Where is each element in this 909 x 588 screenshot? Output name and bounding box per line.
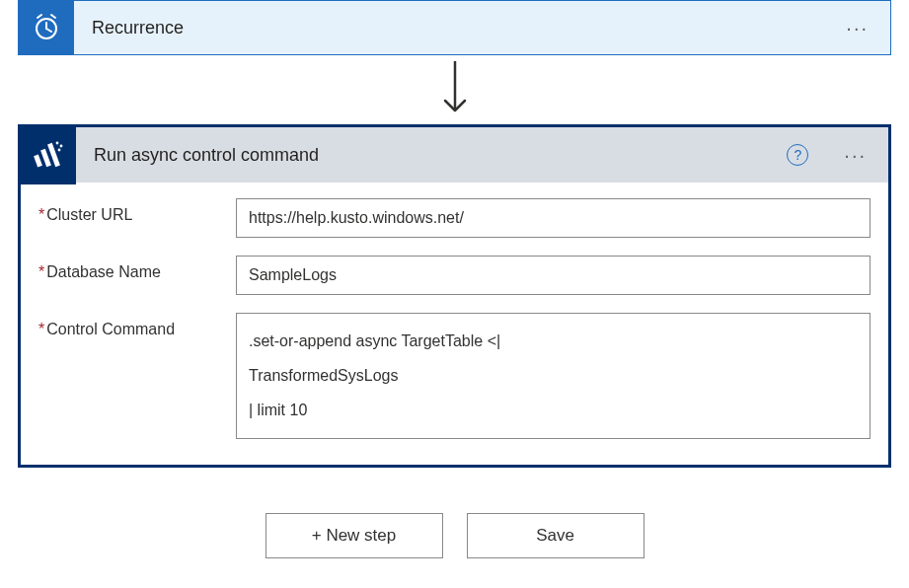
step-recurrence-menu[interactable]: ··· xyxy=(824,17,890,39)
svg-line-4 xyxy=(51,15,55,18)
label-control-command-text: Control Command xyxy=(46,321,175,337)
svg-point-11 xyxy=(57,149,60,152)
svg-rect-6 xyxy=(34,155,42,168)
field-row-cluster-url: *Cluster URL xyxy=(38,198,871,238)
label-cluster-url-text: Cluster URL xyxy=(46,206,132,223)
step-recurrence-title: Recurrence xyxy=(74,18,824,38)
step-run-async-control-command: Run async control command ? ··· *Cluster… xyxy=(18,124,891,468)
designer-footer-buttons: + New step Save xyxy=(0,513,909,568)
svg-line-2 xyxy=(46,29,51,32)
svg-rect-7 xyxy=(40,149,51,168)
clock-icon xyxy=(19,0,74,55)
label-cluster-url: *Cluster URL xyxy=(38,198,236,224)
connector-arrow xyxy=(0,55,909,124)
step-command-form: *Cluster URL *Database Name *Control Com… xyxy=(21,183,888,465)
label-database-name-text: Database Name xyxy=(46,263,161,280)
step-command-menu[interactable]: ··· xyxy=(822,144,888,167)
logic-app-designer: Recurrence ··· Run async control command xyxy=(0,0,909,568)
label-database-name: *Database Name xyxy=(38,256,236,281)
help-icon[interactable]: ? xyxy=(787,144,808,166)
svg-point-10 xyxy=(59,145,62,148)
new-step-button[interactable]: + New step xyxy=(265,513,443,558)
input-cluster-url[interactable] xyxy=(236,198,871,238)
step-command-title: Run async control command xyxy=(76,145,787,166)
field-row-control-command: *Control Command .set-or-append async Ta… xyxy=(38,313,871,439)
label-control-command: *Control Command xyxy=(38,313,236,338)
step-command-header[interactable]: Run async control command ? ··· xyxy=(21,127,888,183)
save-button[interactable]: Save xyxy=(467,513,644,558)
field-row-database-name: *Database Name xyxy=(38,256,871,295)
step-recurrence[interactable]: Recurrence ··· xyxy=(18,0,891,55)
input-database-name[interactable] xyxy=(236,256,871,295)
input-control-command[interactable]: .set-or-append async TargetTable <| Tran… xyxy=(236,313,871,439)
svg-point-9 xyxy=(55,142,58,145)
svg-line-3 xyxy=(38,15,41,18)
kusto-icon xyxy=(18,126,76,184)
